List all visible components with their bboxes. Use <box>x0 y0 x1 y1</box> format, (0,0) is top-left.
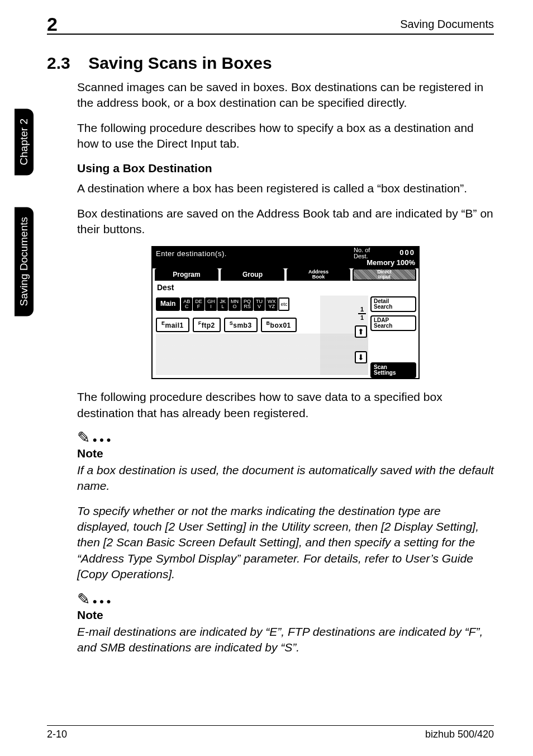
section-title: Saving Scans in Boxes <box>88 54 272 73</box>
note-paragraph: E-mail destinations are indicated by “E”… <box>77 624 494 656</box>
lcd-tab-directinput[interactable]: Direct Input <box>353 268 416 281</box>
lcd-ldap-search-button[interactable]: LDAP Search <box>370 315 416 331</box>
lcd-alpha-tuv[interactable]: TUV <box>254 297 265 311</box>
paragraph: The following procedure describes how to… <box>77 120 494 152</box>
lcd-side-buttons: Detail Search LDAP Search Scan Settings <box>370 296 416 378</box>
note-dots-icon: ● ● ● <box>92 597 111 607</box>
lcd-scroll-down-button[interactable]: ⬇ <box>355 351 367 363</box>
lcd-alpha-ghi[interactable]: GHI <box>205 297 217 311</box>
device-lcd-screenshot: Enter destination(s). No. of Dest. 000 M… <box>151 246 420 379</box>
paragraph: Scanned images can be saved in boxes. Bo… <box>77 79 494 111</box>
side-tab-section: Saving Documents <box>15 207 34 316</box>
side-tab-chapter: Chapter 2 <box>15 108 34 175</box>
footer-page-number: 2-10 <box>47 729 67 740</box>
running-header: Saving Documents <box>400 18 494 31</box>
lcd-dest-box01[interactable]: Bbox01 <box>261 318 297 332</box>
lcd-dest-ftp2[interactable]: Fftp2 <box>193 318 221 332</box>
lcd-dest-smb3[interactable]: Ssmb3 <box>224 318 258 332</box>
note-label: Note <box>77 447 494 460</box>
section-number: 2.3 <box>47 54 70 73</box>
note-paragraph: If a box destination is used, the docume… <box>77 462 494 494</box>
footer-model: bizhub 500/420 <box>425 729 494 740</box>
lcd-alpha-mno[interactable]: MNO <box>229 297 241 311</box>
header-rule <box>47 34 494 35</box>
note-label: Note <box>77 608 494 622</box>
lcd-dest-count-label: No. of Dest. <box>354 247 385 259</box>
chapter-number-badge: 2 <box>47 13 58 35</box>
note-icon: ✎ <box>77 590 90 608</box>
lcd-tab-row: Program Group Address Book Direct Input <box>155 268 416 281</box>
paragraph: Box destinations are saved on the Addres… <box>77 206 494 238</box>
lcd-main-row: Main ABC DEF GHI JKL MNO PQRS TUV WXYZ e… <box>156 297 290 311</box>
lcd-alpha-abc[interactable]: ABC <box>181 297 192 311</box>
lcd-prompt: Enter destination(s). <box>156 249 227 258</box>
lcd-scroll-arrows: ⬆ ⬇ <box>355 325 367 363</box>
note-paragraph: To specify whether or not the marks indi… <box>77 503 494 583</box>
lcd-destination-buttons: Email1 Fftp2 Ssmb3 Bbox01 <box>156 318 297 332</box>
lcd-dest-label: Dest <box>157 283 174 292</box>
lcd-detail-search-button[interactable]: Detail Search <box>370 296 416 312</box>
subheading: Using a Box Destination <box>77 162 494 175</box>
lcd-tab-group[interactable]: Group <box>221 268 284 281</box>
lcd-count-number: 000 <box>399 248 415 257</box>
lcd-scroll-up-button[interactable]: ⬆ <box>355 325 367 338</box>
lcd-tab-addr-b: Book <box>308 275 329 280</box>
lcd-alpha-jkl[interactable]: JKL <box>217 297 228 311</box>
lcd-ldap-b: Search <box>374 323 413 329</box>
lcd-frac-bot: 1 <box>358 315 366 321</box>
lcd-tab-direct-b: Input <box>377 275 392 280</box>
lcd-scan-settings-button[interactable]: Scan Settings <box>370 362 416 378</box>
lcd-page-fraction: 1 1 <box>358 306 366 321</box>
lcd-tab-program[interactable]: Program <box>155 268 218 281</box>
lcd-frac-top: 1 <box>358 306 366 313</box>
lcd-alpha-pqrs[interactable]: PQRS <box>241 297 253 311</box>
lcd-detail-b: Search <box>374 304 413 310</box>
arrow-down-icon: ⬇ <box>358 353 364 362</box>
arrow-up-icon: ⬆ <box>358 327 364 336</box>
lcd-memory: Memory 100% <box>367 258 415 267</box>
paragraph: A destination where a box has been regis… <box>77 181 494 196</box>
lcd-hatch <box>156 333 368 375</box>
paragraph: The following procedure describes how to… <box>77 389 494 421</box>
footer-rule <box>47 725 494 726</box>
lcd-scan-b: Settings <box>374 370 413 376</box>
lcd-alpha-etc[interactable]: etc <box>278 297 289 311</box>
lcd-alpha-wxyz[interactable]: WXYZ <box>265 297 278 311</box>
lcd-main-button[interactable]: Main <box>156 297 180 311</box>
lcd-dest-mail1[interactable]: Email1 <box>156 318 189 332</box>
note-dots-icon: ● ● ● <box>92 436 111 446</box>
note-icon: ✎ <box>77 429 90 446</box>
lcd-alpha-def[interactable]: DEF <box>193 297 204 311</box>
lcd-tab-addressbook[interactable]: Address Book <box>287 268 350 281</box>
